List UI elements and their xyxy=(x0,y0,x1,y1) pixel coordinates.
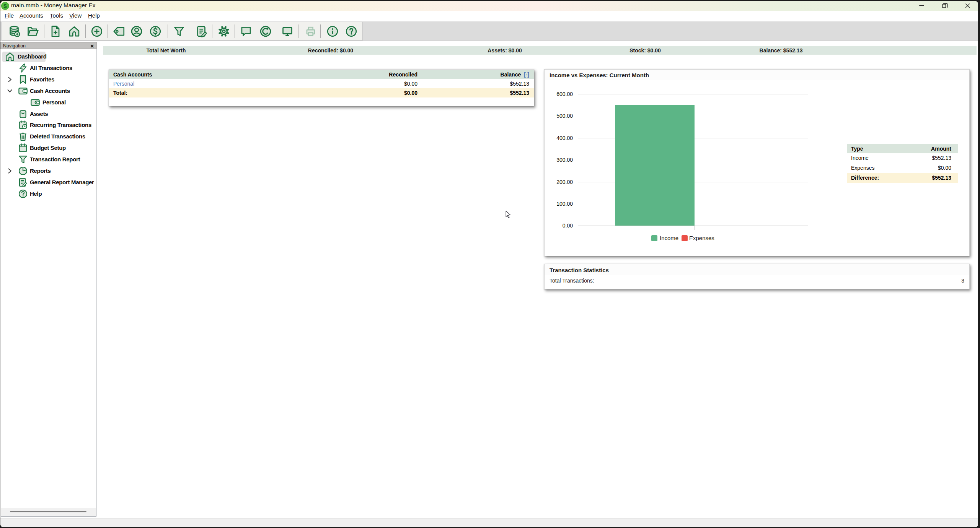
svg-text:$: $ xyxy=(3,3,7,9)
